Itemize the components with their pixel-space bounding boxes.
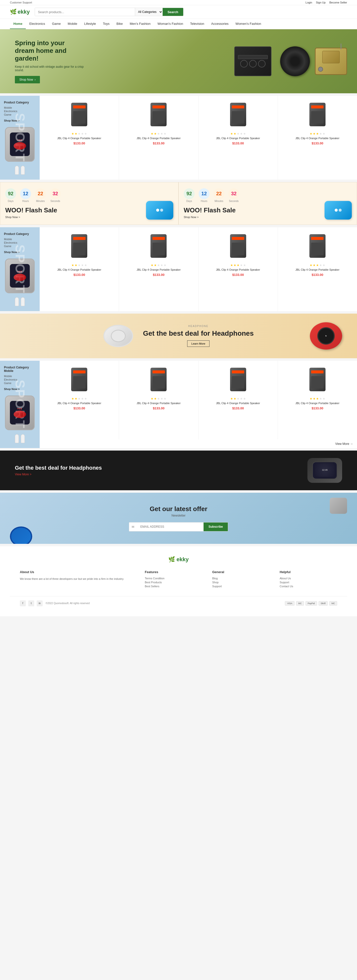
footer-terms-link[interactable]: Terms Condition: [145, 577, 202, 580]
cat-link-mobile-3[interactable]: Mobile: [4, 375, 36, 378]
nav-item-mobile[interactable]: Mobile: [64, 19, 81, 29]
cat-link-mobile-1[interactable]: Mobile: [4, 106, 36, 109]
product-card-2-2: ★★★★★ JBL Clip 4 Orange Portable Speaker…: [119, 227, 198, 311]
search-bar: All Categories Search: [35, 8, 184, 16]
product-card-1-3: ★★★★★ JBL Clip 4 Orange Portable Speaker…: [198, 96, 278, 180]
product-card-2-3: ★★★★★ JBL Clip 4 Orange Portable Speaker…: [198, 227, 278, 311]
seconds-number-1: 32: [50, 188, 61, 199]
subscribe-button[interactable]: Subscribe: [203, 522, 228, 531]
count-seconds-2: 32 Seconds: [228, 188, 239, 202]
cat-link-mobile-2[interactable]: Mobile: [4, 238, 36, 241]
product-card-3-1: ★★★★★ JBL Clip 4 Orange Portable Speaker…: [40, 361, 119, 439]
category-title-3: Product Category Mobile: [4, 366, 36, 373]
flash-sale-section: 92 Days 12 Hours 22 Minutes 32 Seconds W…: [0, 182, 357, 225]
dark-banner-text: Get the best deal for Headphones View Mo…: [15, 465, 102, 476]
hero-shop-now-button[interactable]: Shop Now ›: [15, 76, 40, 83]
nav-item-bike[interactable]: Bike: [113, 19, 126, 29]
dark-banner-view-more[interactable]: View More >: [15, 473, 102, 476]
email-icon: ✉: [129, 522, 137, 531]
footer-support-link[interactable]: Support: [212, 585, 270, 588]
search-button[interactable]: Search: [163, 8, 183, 16]
hero-text: Spring into your dream home and garden! …: [15, 39, 84, 83]
mastercard-icon: MC: [296, 601, 304, 606]
product-image: [44, 365, 115, 395]
products-area-3: ★★★★★ JBL Clip 4 Orange Portable Speaker…: [40, 361, 357, 448]
footer-contact-link[interactable]: Contact Us: [280, 585, 337, 588]
count-seconds-1: 32 Seconds: [50, 188, 61, 202]
nav-item-womans-fashion[interactable]: Woman's Fashion: [154, 19, 186, 29]
category-title-1: Product Category: [4, 101, 36, 104]
login-link[interactable]: Login: [305, 1, 312, 4]
product-price: $133.00: [153, 406, 164, 410]
learn-more-button[interactable]: Learn More: [187, 340, 209, 347]
skrill-icon: Skrill: [319, 601, 328, 606]
footer-shop-link[interactable]: Shop: [212, 581, 270, 584]
nav-item-game[interactable]: Game: [49, 19, 64, 29]
footer-general-title: General: [212, 570, 270, 574]
nav-item-home[interactable]: Home: [10, 19, 26, 29]
minutes-label-2: Minutes: [213, 200, 224, 202]
logo-leaf-icon: 🌿: [10, 9, 17, 15]
product-price: $133.00: [73, 406, 85, 410]
product-price: $133.00: [232, 273, 244, 277]
twitter-icon[interactable]: t: [28, 600, 34, 606]
products-grid-2: ★★★★★ JBL Clip 4 Orange Portable Speaker…: [40, 227, 357, 311]
star-rating: ★★★★★: [151, 397, 167, 401]
count-minutes-1: 22 Minutes: [35, 188, 46, 202]
countdown-1: 92 Days 12 Hours 22 Minutes 32 Seconds: [5, 188, 173, 202]
nav-item-toys[interactable]: Toys: [99, 19, 113, 29]
star-rating: ★★★★★: [71, 132, 87, 135]
product-image: [44, 100, 115, 129]
footer-about-us-link[interactable]: About Us: [280, 577, 337, 580]
footer-helpful-title: Helpful: [280, 570, 337, 574]
cat-link-electronics-2[interactable]: Electronics: [4, 241, 36, 244]
footer-general: General Blog Shop Support: [212, 570, 270, 589]
product-name: JBL Clip 4 Orange Portable Speaker: [136, 401, 181, 405]
hero-title: Spring into your dream home and garden!: [15, 39, 84, 62]
product-name: JBL Clip 4 Orange Portable Speaker: [295, 401, 340, 405]
top-bar-links: Login Sign Up Become Seller: [303, 1, 347, 4]
product-card-1-2: ★★★★★ JBL Clip 4 Orange Portable Speaker…: [119, 96, 198, 180]
product-card-3-4: ★★★★★ JBL Clip 4 Orange Portable Speaker…: [278, 361, 357, 439]
view-more-button[interactable]: View More →: [335, 442, 353, 445]
footer-blog-link[interactable]: Blog: [212, 577, 270, 580]
linkedin-icon[interactable]: in: [37, 600, 43, 606]
nav-item-electronics[interactable]: Electronics: [26, 19, 49, 29]
category-select[interactable]: All Categories: [135, 8, 163, 16]
nav-item-womens-fashion[interactable]: Women's Fashion: [232, 19, 265, 29]
minutes-number-1: 22: [35, 188, 46, 199]
product-name: JBL Clip 4 Orange Portable Speaker: [57, 137, 102, 140]
product-card-1-4: ★★★★★ JBL Clip 4 Orange Portable Speaker…: [278, 96, 357, 180]
cat-link-electronics-1[interactable]: Electronics: [4, 110, 36, 113]
product-image: [123, 231, 194, 261]
flash-sale-card-1: 92 Days 12 Hours 22 Minutes 32 Seconds W…: [0, 182, 179, 225]
star-rating: ★★★★★: [151, 132, 167, 135]
sidebar-category-3: SPORT Product Category Mobile Mobile Ele…: [0, 361, 40, 448]
nav-item-mens-fashion[interactable]: Men's Fashion: [126, 19, 154, 29]
product-price: $133.00: [312, 142, 323, 145]
become-seller-link[interactable]: Become Seller: [329, 1, 347, 4]
vinyl-record: [280, 46, 310, 76]
footer-best-products-link[interactable]: Best Products: [145, 581, 202, 584]
product-price: $133.00: [312, 406, 323, 410]
footer-best-sellers-link[interactable]: Best Sellers: [145, 585, 202, 588]
hours-label-1: Hours: [20, 200, 31, 202]
email-input[interactable]: [137, 522, 203, 531]
footer-bottom-left: f t in ©2022 Quomodosoft. All rights res…: [20, 600, 89, 606]
signup-link[interactable]: Sign Up: [316, 1, 325, 4]
search-input[interactable]: [35, 8, 135, 16]
vintage-radio: [315, 48, 347, 75]
star-rating: ★★★★★: [230, 132, 246, 135]
nav-item-television[interactable]: Television: [187, 19, 208, 29]
footer-support-link-2[interactable]: Support: [280, 581, 337, 584]
hours-number-1: 12: [20, 188, 31, 199]
product-image: [203, 100, 274, 129]
top-bar: Customer Support Login Sign Up Become Se…: [0, 0, 357, 5]
facebook-icon[interactable]: f: [20, 600, 26, 606]
paypal-icon: PayPal: [305, 601, 317, 606]
sidebar-category-2: SPORT Product Category Mobile Electronic…: [0, 227, 40, 311]
copyright-text: ©2022 Quomodosoft. All rights reserved: [46, 602, 89, 605]
maestro-icon: MC: [329, 601, 337, 606]
nav-item-accessories[interactable]: Accessories: [208, 19, 232, 29]
nav-item-lifestyle[interactable]: Lifestyle: [81, 19, 99, 29]
